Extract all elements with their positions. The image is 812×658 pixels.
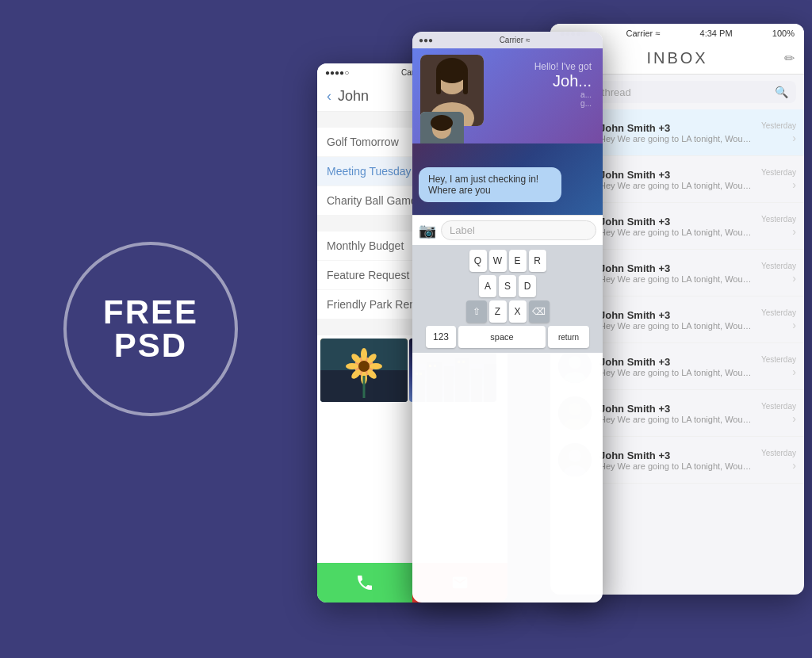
chat-detail: g... — [534, 99, 592, 108]
inbox-item-content: John Smith +3 Hey We are going to LA ton… — [599, 356, 753, 377]
chevron-right-icon: › — [792, 459, 796, 472]
inbox-item-preview: Hey We are going to LA tonight, Would yo… — [599, 274, 753, 284]
key-123[interactable]: 123 — [426, 326, 456, 348]
keyboard-row-3: ⇧ Z X ⌫ — [416, 300, 599, 323]
free-label: FREE — [103, 296, 198, 329]
chat-contact-name: Joh... — [534, 72, 592, 90]
inbox-item-time: Yesterday — [761, 215, 796, 224]
chat-header: Hello! I've got Joh... a... g... — [412, 48, 603, 143]
inbox-item-time: Yesterday — [761, 308, 796, 317]
chat-carrier-dots: ●●● — [419, 36, 433, 44]
inbox-title: INBOX — [646, 49, 707, 67]
key-r[interactable]: R — [529, 250, 546, 272]
chevron-right-icon: › — [792, 319, 796, 331]
conv-carrier-dots: ●●●●○ — [325, 68, 349, 77]
svg-point-30 — [346, 363, 358, 369]
inbox-time: 4:34 PM — [700, 29, 733, 38]
keyboard-row-1: Q W E R — [416, 250, 599, 272]
chevron-right-icon: › — [792, 412, 796, 425]
svg-rect-54 — [436, 71, 441, 94]
chevron-right-icon: › — [792, 365, 796, 378]
shift-key[interactable]: ⇧ — [466, 300, 487, 323]
inbox-item-preview: Hey We are going to LA tonight, Would yo… — [599, 368, 753, 377]
svg-point-59 — [431, 115, 453, 131]
inbox-item-meta: Yesterday › — [761, 449, 796, 472]
chevron-right-icon: › — [792, 178, 796, 191]
inbox-item-meta: Yesterday › — [761, 355, 796, 378]
key-d[interactable]: D — [519, 275, 536, 297]
back-button[interactable]: ‹ — [327, 88, 331, 105]
inbox-battery: 100% — [772, 29, 795, 38]
inbox-item-preview: Hey We are going to LA tonight, Would yo… — [599, 134, 753, 143]
inbox-item-time: Yesterday — [761, 402, 796, 411]
inbox-item-name: John Smith +3 — [599, 450, 753, 461]
key-x[interactable]: X — [509, 300, 527, 323]
inbox-item-meta: Yesterday › — [761, 121, 796, 144]
inbox-item-name: John Smith +3 — [599, 216, 753, 228]
free-psd-badge: FREE PSD — [63, 242, 238, 416]
inbox-item-content: John Smith +3 Hey We are going to LA ton… — [599, 309, 753, 331]
inbox-item-content: John Smith +3 Hey We are going to LA ton… — [599, 403, 753, 424]
key-q[interactable]: Q — [469, 250, 487, 272]
inbox-item-time: Yesterday — [761, 449, 796, 457]
inbox-item-content: John Smith +3 Hey We are going to LA ton… — [599, 450, 753, 471]
inbox-item-time: Yesterday — [761, 168, 796, 177]
inbox-item-name: John Smith +3 — [599, 309, 753, 321]
svg-rect-55 — [463, 71, 468, 94]
screens-container: ●●●●○ Carrier ≈ 4:34 PM 100% INBOX ✏ Sea… — [270, 0, 812, 658]
chevron-right-icon: › — [792, 272, 796, 285]
chat-status-bar: ●●● Carrier ≈ — [412, 32, 603, 48]
chat-message-input[interactable]: Label — [441, 220, 596, 240]
chat-subtitle: a... — [534, 90, 592, 99]
key-s[interactable]: S — [499, 275, 516, 297]
camera-icon[interactable]: 📷 — [419, 222, 436, 239]
inbox-item-name: John Smith +3 — [599, 403, 753, 415]
inbox-item-preview: Hey We are going to LA tonight, Would yo… — [599, 461, 753, 471]
inbox-item-meta: Yesterday › — [761, 308, 796, 331]
inbox-item-preview: Hey We are going to LA tonight, Would yo… — [599, 181, 753, 190]
inbox-item-name: John Smith +3 — [599, 169, 753, 181]
psd-label: PSD — [114, 329, 187, 362]
inbox-item-content: John Smith +3 Hey We are going to LA ton… — [599, 169, 753, 190]
inbox-item-meta: Yesterday › — [761, 215, 796, 238]
inbox-item-meta: Yesterday › — [761, 168, 796, 191]
inbox-item-meta: Yesterday › — [761, 262, 796, 285]
sunflower-image — [320, 339, 408, 402]
keyboard-bottom-row: 123 space return — [416, 326, 599, 348]
inbox-edit-icon[interactable]: ✏ — [784, 51, 795, 66]
inbox-item-time: Yesterday — [761, 355, 796, 364]
chat-body: Hey, I am just checking in! Where are yo… — [412, 143, 603, 215]
keyboard-row-2: A S D — [416, 275, 599, 297]
search-icon: 🔍 — [775, 86, 788, 98]
key-space[interactable]: space — [458, 326, 546, 348]
delete-key[interactable]: ⌫ — [529, 300, 550, 323]
key-return[interactable]: return — [548, 326, 589, 348]
chat-bubble: Hey, I am just checking in! Where are yo… — [419, 167, 561, 202]
call-button[interactable] — [317, 563, 412, 603]
svg-point-27 — [358, 361, 370, 372]
keyboard: Q W E R A S D ⇧ Z X ⌫ 123 space return — [412, 245, 603, 353]
chevron-right-icon: › — [792, 132, 796, 144]
chevron-right-icon: › — [792, 225, 796, 238]
attachment-thumbnail — [320, 339, 408, 402]
inbox-item-preview: Hey We are going to LA tonight, Would yo… — [599, 228, 753, 237]
chat-bubble-text: Hey, I am just checking in! Where are yo… — [428, 174, 538, 196]
chat-input-label: Label — [450, 224, 475, 236]
key-z[interactable]: Z — [489, 300, 507, 323]
key-w[interactable]: W — [489, 250, 507, 272]
inbox-item-name: John Smith +3 — [599, 262, 753, 274]
key-a[interactable]: A — [479, 275, 496, 297]
chat-greeting: Hello! I've got — [534, 61, 592, 72]
svg-point-28 — [361, 348, 367, 361]
svg-point-31 — [370, 363, 382, 369]
inbox-carrier: Carrier ≈ — [626, 29, 661, 38]
key-e[interactable]: E — [509, 250, 527, 272]
inbox-item-content: John Smith +3 Hey We are going to LA ton… — [599, 262, 753, 284]
inbox-item-time: Yesterday — [761, 121, 796, 130]
chat-input-area: 📷 Label — [412, 215, 603, 245]
inbox-item-name: John Smith +3 — [599, 356, 753, 368]
inbox-item-preview: Hey We are going to LA tonight, Would yo… — [599, 415, 753, 424]
chat-carrier: Carrier ≈ — [500, 36, 530, 44]
inbox-item-name: John Smith +3 — [599, 122, 753, 134]
chat-screen: ●●● Carrier ≈ Hello! I've got J — [412, 32, 603, 603]
